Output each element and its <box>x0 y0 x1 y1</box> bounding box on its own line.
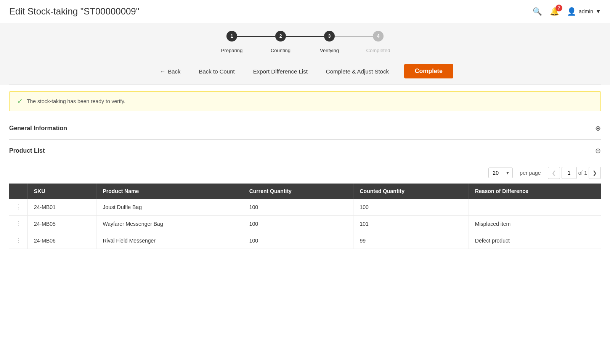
per-page-select[interactable]: 20 10 50 100 <box>488 168 513 178</box>
back-to-count-button[interactable]: Back to Count <box>196 67 238 76</box>
page-navigation: ❮ of 1 ❯ <box>548 167 601 179</box>
chevron-down-icon: ▼ <box>596 8 601 14</box>
page-input[interactable] <box>562 167 577 179</box>
drag-handle-icon[interactable]: ⋮ <box>15 220 21 227</box>
page-title: Edit Stock-taking "ST00000009" <box>9 6 139 17</box>
general-information-section: General Information ⊕ <box>9 117 601 140</box>
cell-counted-qty: 100 <box>353 199 469 216</box>
step-label-4: Completed <box>354 48 403 53</box>
product-table: SKU Product Name Current Quantity Counte… <box>9 184 601 249</box>
step-line-3-4 <box>335 36 373 37</box>
cell-counted-qty: 99 <box>353 232 469 249</box>
per-page-selector[interactable]: 20 10 50 100 ▼ <box>488 168 513 178</box>
cell-sku: 24-MB06 <box>28 232 96 249</box>
cell-product-name: Wayfarer Messenger Bag <box>96 216 243 232</box>
next-page-button[interactable]: ❯ <box>589 167 601 179</box>
general-information-header[interactable]: General Information ⊕ <box>9 117 601 139</box>
cell-reason <box>469 199 601 216</box>
step-line-2-3 <box>286 36 324 37</box>
cell-sku: 24-MB01 <box>28 199 96 216</box>
top-bar-right: 🔍 🔔 7 👤 admin ▼ <box>533 7 601 16</box>
col-drag <box>9 184 28 199</box>
cell-sku: 24-MB05 <box>28 216 96 232</box>
col-reason: Reason of Difference <box>469 184 601 199</box>
general-information-title: General Information <box>9 125 67 132</box>
step-label-1: Preparing <box>207 48 256 53</box>
step-circle-3: 3 <box>324 31 335 42</box>
product-list-section: Product List ⊖ <box>9 140 601 162</box>
col-counted-qty: Counted Quantity <box>353 184 469 199</box>
stepper: 1 2 3 4 <box>9 31 601 42</box>
cell-product-name: Joust Duffle Bag <box>96 199 243 216</box>
cell-reason: Misplaced item <box>469 216 601 232</box>
top-bar: Edit Stock-taking "ST00000009" 🔍 🔔 7 👤 a… <box>0 0 610 23</box>
drag-handle-cell: ⋮ <box>9 199 28 216</box>
stepper-area: 1 2 3 4 Preparing Counting Verifying Com… <box>0 23 610 85</box>
drag-handle-cell: ⋮ <box>9 232 28 249</box>
step-label-3: Verifying <box>305 48 354 53</box>
user-label: admin <box>579 8 593 14</box>
step-circle-1: 1 <box>226 31 237 42</box>
chevron-down-icon: ⊕ <box>595 124 601 133</box>
table-row: ⋮ 24-MB05 Wayfarer Messenger Bag 100 101… <box>9 216 601 232</box>
complete-button[interactable]: Complete <box>404 64 453 78</box>
product-list-header[interactable]: Product List ⊖ <box>9 140 601 162</box>
product-table-container: SKU Product Name Current Quantity Counte… <box>9 184 601 249</box>
action-bar: ← Back Back to Count Export Difference L… <box>9 59 601 85</box>
notification-button[interactable]: 🔔 7 <box>550 7 559 16</box>
step-circle-4: 4 <box>373 31 384 42</box>
col-current-qty: Current Quantity <box>243 184 353 199</box>
drag-handle-icon[interactable]: ⋮ <box>15 237 21 244</box>
step-3: 3 <box>324 31 335 42</box>
table-row: ⋮ 24-MB01 Joust Duffle Bag 100 100 <box>9 199 601 216</box>
drag-handle-cell: ⋮ <box>9 216 28 232</box>
step-2: 2 <box>275 31 286 42</box>
back-arrow-icon: ← <box>160 68 165 75</box>
per-page-label: per page <box>520 170 541 176</box>
table-header-row: SKU Product Name Current Quantity Counte… <box>9 184 601 199</box>
back-label: Back <box>168 68 180 75</box>
complete-adjust-button[interactable]: Complete & Adjust Stock <box>323 67 392 76</box>
chevron-up-icon: ⊖ <box>595 147 601 155</box>
alert-text: The stock-taking has been ready to verif… <box>27 98 125 104</box>
check-icon: ✓ <box>17 97 23 105</box>
step-labels: Preparing Counting Verifying Completed <box>9 48 601 53</box>
drag-handle-icon[interactable]: ⋮ <box>15 204 21 210</box>
pagination-bar: 20 10 50 100 ▼ per page ❮ of 1 ❯ <box>0 162 610 184</box>
cell-current-qty: 100 <box>243 232 353 249</box>
table-wrapper: SKU Product Name Current Quantity Counte… <box>9 184 601 249</box>
product-list-title: Product List <box>9 147 45 154</box>
step-line-1-2 <box>237 36 275 37</box>
step-1: 1 <box>226 31 237 42</box>
cell-reason: Defect product <box>469 232 601 249</box>
search-icon: 🔍 <box>533 7 542 16</box>
user-icon: 👤 <box>567 7 576 16</box>
col-product-name: Product Name <box>96 184 243 199</box>
export-difference-button[interactable]: Export Difference List <box>250 67 311 76</box>
col-sku: SKU <box>28 184 96 199</box>
cell-current-qty: 100 <box>243 199 353 216</box>
cell-current-qty: 100 <box>243 216 353 232</box>
step-4: 4 <box>373 31 384 42</box>
cell-product-name: Rival Field Messenger <box>96 232 243 249</box>
alert-banner: ✓ The stock-taking has been ready to ver… <box>9 91 601 111</box>
step-label-2: Counting <box>256 48 305 53</box>
prev-page-button[interactable]: ❮ <box>548 167 560 179</box>
search-button[interactable]: 🔍 <box>533 7 542 16</box>
page-of-label: of 1 <box>578 170 587 176</box>
notification-badge: 7 <box>555 5 562 11</box>
step-circle-2: 2 <box>275 31 286 42</box>
cell-counted-qty: 101 <box>353 216 469 232</box>
table-row: ⋮ 24-MB06 Rival Field Messenger 100 99 D… <box>9 232 601 249</box>
back-button[interactable]: ← Back <box>157 67 183 76</box>
user-menu[interactable]: 👤 admin ▼ <box>567 7 601 16</box>
